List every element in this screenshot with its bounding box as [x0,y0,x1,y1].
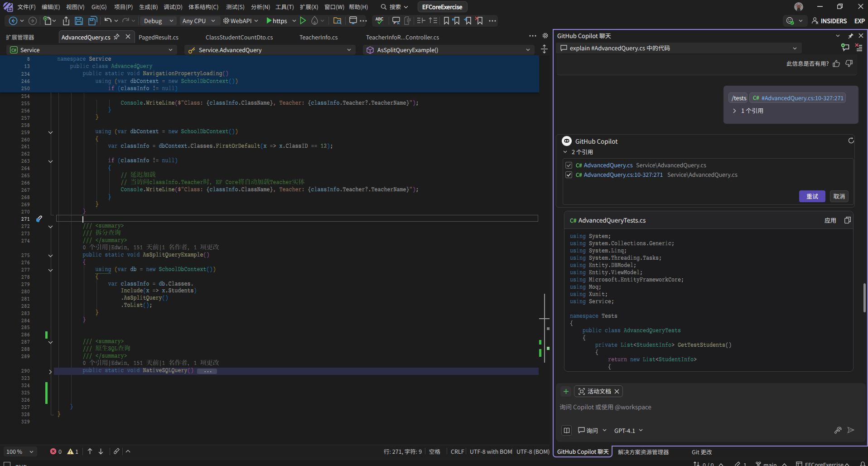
svg-text:ABC: ABC [376,16,383,22]
svg-text:IN: IN [9,7,12,11]
svg-text:C#: C# [11,47,16,53]
